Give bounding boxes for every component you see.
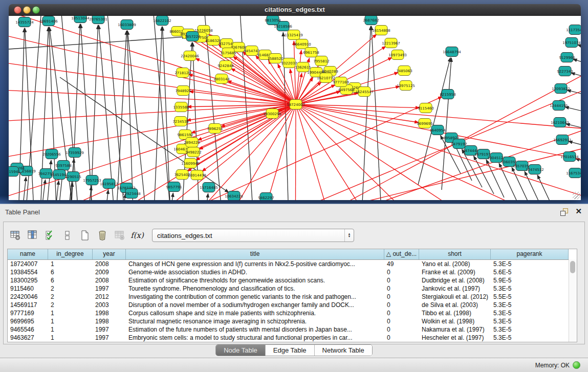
graph-edge[interactable] bbox=[295, 104, 296, 200]
graph-edge[interactable] bbox=[9, 104, 296, 126]
graph-node[interactable]: 9777169 bbox=[333, 77, 349, 87]
graph-node[interactable]: 1290515 bbox=[65, 172, 81, 182]
network-canvas[interactable]: 8660123891295515226058912750881863289327… bbox=[9, 16, 581, 200]
table-row[interactable]: 977716911998Corpus callosum shape and si… bbox=[8, 309, 577, 317]
graph-node[interactable]: 9699695 bbox=[417, 119, 432, 128]
graph-node[interactable]: 7948925 bbox=[175, 86, 191, 96]
table-row[interactable]: 1872400712008Changes of HCN gene express… bbox=[8, 260, 577, 268]
table-row[interactable]: 946362711997Embryonic stem cells: a mode… bbox=[8, 334, 577, 342]
float-panel-icon[interactable] bbox=[560, 208, 568, 215]
network-window[interactable]: citations_edges.txt 86601238912955152260… bbox=[9, 4, 581, 200]
column-header-short[interactable]: short bbox=[419, 249, 491, 259]
graph-node[interactable]: 17957253 bbox=[83, 176, 101, 185]
graph-node[interactable]: 11173544 bbox=[566, 25, 581, 35]
close-panel-icon[interactable]: ✕ bbox=[575, 207, 582, 216]
graph-node[interactable]: 19751074 bbox=[562, 38, 581, 48]
network-graph[interactable]: 8660123891295515226058912750881863289327… bbox=[9, 16, 581, 200]
graph-edge[interactable] bbox=[296, 104, 581, 174]
create-column-button[interactable] bbox=[77, 228, 93, 243]
graph-node[interactable]: 1335580 bbox=[173, 102, 189, 112]
graph-node[interactable]: 7857224 bbox=[184, 32, 201, 41]
graph-edge[interactable] bbox=[283, 32, 289, 200]
table-vertical-scrollbar[interactable] bbox=[569, 259, 577, 342]
graph-node[interactable]: 18513044 bbox=[71, 16, 90, 23]
graph-node[interactable]: 13975125 bbox=[397, 81, 415, 91]
table-row[interactable]: 969969511998Structural magnetic resonanc… bbox=[8, 317, 577, 325]
graph-node[interactable]: 11325419 bbox=[285, 30, 303, 40]
graph-node[interactable]: 12093822 bbox=[552, 84, 570, 94]
graph-edge[interactable] bbox=[361, 26, 371, 200]
graph-edge[interactable] bbox=[296, 104, 408, 200]
graph-node[interactable]: 7234539 bbox=[172, 117, 188, 126]
graph-node[interactable]: 8813054 bbox=[265, 16, 281, 25]
column-header-title[interactable]: title bbox=[126, 249, 384, 259]
graph-edge[interactable] bbox=[442, 58, 451, 190]
graph-edge[interactable] bbox=[275, 68, 581, 200]
graph-node[interactable]: 7896251 bbox=[207, 124, 223, 134]
graph-edge[interactable] bbox=[9, 104, 296, 169]
table-row[interactable]: 1938455462009Genome-wide association stu… bbox=[8, 268, 577, 276]
graph-node[interactable]: 16033809 bbox=[118, 20, 136, 30]
graph-node[interactable]: 22420046 bbox=[181, 51, 199, 61]
graph-edge[interactable] bbox=[577, 45, 581, 52]
table-settings-button[interactable] bbox=[8, 228, 23, 243]
graph-node[interactable]: 15692911 bbox=[553, 135, 572, 145]
graph-edge[interactable] bbox=[153, 27, 162, 200]
graph-edge[interactable] bbox=[188, 104, 296, 147]
graph-node[interactable]: 9129966 bbox=[559, 53, 575, 62]
table-row[interactable]: 2242004622012Investigating the contribut… bbox=[8, 293, 577, 301]
graph-node[interactable]: 2687682 bbox=[363, 16, 379, 25]
function-builder-button[interactable]: f(x) bbox=[129, 228, 145, 243]
graph-node[interactable]: 3175685 bbox=[220, 48, 236, 58]
graph-node[interactable]: 2803144 bbox=[213, 74, 230, 84]
graph-edge[interactable] bbox=[202, 104, 296, 171]
graph-node[interactable]: 20765301 bbox=[89, 16, 107, 24]
select-rows-button[interactable] bbox=[42, 228, 58, 243]
graph-edge[interactable] bbox=[81, 24, 94, 200]
table-row[interactable]: 946554611997Estimation of the future num… bbox=[8, 325, 577, 334]
graph-node[interactable]: 12444195 bbox=[550, 101, 568, 111]
graph-node[interactable]: 6961758 bbox=[303, 48, 319, 57]
graph-node[interactable]: 9242844 bbox=[217, 61, 234, 71]
scrollbar-thumb[interactable] bbox=[570, 261, 575, 273]
graph-node[interactable]: 17359929 bbox=[66, 148, 84, 158]
graph-node[interactable]: 1640954 bbox=[429, 125, 446, 135]
graph-edge[interactable] bbox=[499, 163, 517, 200]
graph-edge[interactable] bbox=[90, 25, 98, 200]
graph-node[interactable]: 16195817 bbox=[100, 179, 118, 189]
graph-node[interactable]: 16648794 bbox=[443, 47, 461, 57]
graph-edge[interactable] bbox=[296, 104, 581, 200]
graph-node[interactable]: 16154808 bbox=[372, 26, 390, 35]
graph-node[interactable]: 2894220 bbox=[184, 138, 200, 147]
graph-edge[interactable] bbox=[573, 59, 581, 67]
graph-node[interactable]: 2718120 bbox=[175, 68, 190, 78]
graph-node[interactable]: 20691406 bbox=[39, 16, 58, 26]
graph-node[interactable]: 7485063 bbox=[396, 66, 412, 76]
graph-edge[interactable] bbox=[127, 31, 148, 200]
graph-node[interactable]: 9462297 bbox=[258, 193, 274, 201]
tab-node-table[interactable]: Node Table bbox=[216, 345, 266, 356]
graph-node[interactable]: 15716485 bbox=[200, 183, 218, 192]
column-header-in_degree[interactable]: in_degree bbox=[48, 249, 93, 259]
table-row[interactable]: 1456911722003Disruption of a novel membe… bbox=[8, 301, 577, 309]
column-visibility-button[interactable] bbox=[25, 228, 40, 243]
delete-column-button[interactable] bbox=[95, 228, 110, 243]
graph-edge[interactable] bbox=[203, 193, 208, 200]
table-row[interactable]: 911546021997Tourette syndrome. Phenomeno… bbox=[8, 285, 577, 293]
delete-table-button[interactable] bbox=[112, 228, 127, 243]
table-row[interactable]: 1830029562008Estimation of significance … bbox=[8, 276, 577, 285]
graph-node[interactable]: 11675344 bbox=[566, 168, 581, 178]
graph-edge[interactable] bbox=[227, 81, 296, 104]
window-resize-grip[interactable] bbox=[573, 192, 580, 199]
graph-node[interactable]: 8215958 bbox=[440, 90, 455, 99]
graph-node[interactable]: 16822102 bbox=[153, 16, 171, 26]
graph-node[interactable]: 9227343 bbox=[557, 67, 573, 76]
graph-edge[interactable] bbox=[167, 193, 173, 200]
graph-node[interactable]: 9397588 bbox=[55, 161, 71, 170]
graph-edge[interactable] bbox=[127, 31, 134, 200]
graph-edge[interactable] bbox=[569, 141, 581, 149]
graph-node[interactable]: 9857791 bbox=[166, 182, 182, 192]
table-select-dropdown[interactable]: citations_edges.txt ▲▼ bbox=[152, 229, 354, 242]
graph-edge[interactable] bbox=[565, 107, 581, 115]
graph-edge[interactable] bbox=[20, 177, 26, 200]
